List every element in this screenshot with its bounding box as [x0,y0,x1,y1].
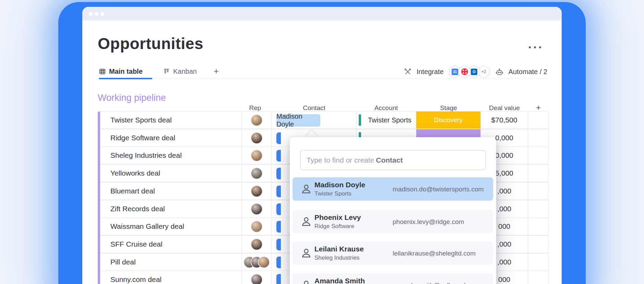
empty-cell [528,236,549,253]
contact-option[interactable]: Madison Doyle Twister Sports madison.do@… [293,177,493,201]
search-placeholder: Type to find or create [307,156,374,164]
deal-value-cell[interactable]: $70,500 [481,111,528,129]
column-header-stage[interactable]: Stage [440,104,457,112]
contact-name: Amanda Smith [314,277,365,284]
tab-kanban[interactable]: Kanban [163,64,197,79]
rep-cell[interactable] [242,200,272,217]
account-color-bar [359,114,361,126]
contact-email: phoenix.levy@ridge.com [393,218,464,226]
board-toolbar: Integrate 31 O +2 Automate / 2 [404,64,547,79]
rep-avatar [251,114,263,126]
rep-cell[interactable] [242,271,272,284]
rep-cell[interactable] [242,147,272,164]
page-title: Opportunities [98,34,203,53]
rep-avatar [251,132,263,144]
window-control-dot[interactable] [100,12,104,16]
deal-name-cell[interactable]: Ridge Software deal [100,129,242,146]
empty-cell [528,111,549,129]
deal-name-cell[interactable]: Waissman Gallery deal [100,218,242,235]
person-icon [300,215,312,228]
tab-main-table[interactable]: Main table [99,64,143,79]
empty-cell [528,147,549,164]
window-control-dot[interactable] [95,12,98,16]
app-window: Opportunities Main table Kanban + [82,7,562,284]
rep-cell[interactable] [242,111,272,129]
kanban-icon [163,68,170,75]
contact-chip[interactable]: Madison Doyle [276,114,320,127]
empty-cell [528,165,549,182]
contact-chip-clipped[interactable] [276,239,281,250]
contact-chip-clipped[interactable] [276,257,281,268]
contact-cell[interactable]: Madison Doyle [272,111,357,129]
stage-cell[interactable]: Discovery [416,111,481,129]
deal-name-cell[interactable]: Sunny.com deal [100,271,242,284]
deal-name-cell[interactable]: Sheleg Industries deal [100,147,242,164]
contact-company: Twister Sports [314,190,351,197]
window-control-dot[interactable] [89,12,93,16]
empty-cell [528,218,549,235]
rep-cell[interactable] [242,218,272,235]
tab-main-table-label: Main table [109,68,143,75]
deal-name-cell[interactable]: SFF Cruise deal [100,236,242,253]
contact-name: Phoenix Levy [314,213,361,222]
rep-avatar [251,238,263,250]
tab-kanban-label: Kanban [173,68,197,75]
rep-cell[interactable] [242,253,272,271]
rep-avatar [258,256,270,268]
column-header-contact[interactable]: Contact [303,104,325,112]
person-icon [300,279,312,284]
empty-cell [528,271,549,284]
column-header-deal-value[interactable]: Deal value [489,104,520,112]
contact-email: amanda.smith@yelloworks.com [393,282,485,284]
twilio-badge-icon [458,65,471,79]
deal-name-cell[interactable]: Bluemart deal [100,182,242,200]
contact-chip-clipped[interactable] [276,274,281,284]
contact-search-input[interactable]: Type to find or create Contact [300,150,486,170]
contact-name: Madison Doyle [314,181,365,189]
integrate-icon [404,68,412,76]
contact-email: madison.do@twistersports.com [393,186,484,193]
rep-avatar [251,221,263,233]
active-tab-underline [99,78,152,79]
group-title[interactable]: Working pipeline [98,93,166,103]
contact-email: leilanikrause@shelegltd.com [393,250,476,257]
rep-avatar [251,150,263,162]
rep-cell[interactable] [242,165,272,182]
person-icon [300,247,312,259]
rep-cell[interactable] [242,129,272,146]
deal-name-cell[interactable]: Pill deal [100,253,242,271]
contact-company: Sheleg Industries [314,255,359,261]
main-table-icon [99,68,106,75]
integration-badges[interactable]: 31 O +2 [449,65,490,79]
board-menu-kebab-icon[interactable] [529,44,545,51]
contact-chip-clipped[interactable] [276,203,281,215]
deal-name-cell[interactable]: Twister Sports deal [100,111,242,129]
rep-avatar [251,274,263,284]
contact-chip-clipped[interactable] [276,150,281,162]
automate-button[interactable]: Automate / 2 [509,68,547,76]
empty-cell [528,129,549,146]
deal-name-cell[interactable]: Yelloworks deal [100,165,242,182]
contact-company: Ridge Software [314,223,354,230]
add-view-button[interactable]: + [214,66,219,76]
contact-option[interactable]: Phoenix Levy Ridge Software phoenix.levy… [293,210,493,233]
contact-name: Leilani Krause [314,245,364,253]
rep-cell[interactable] [242,182,272,200]
search-placeholder-bold: Contact [376,156,403,164]
contact-picker-dropdown: Type to find or create Contact Madison D… [290,137,496,284]
contact-chip-clipped[interactable] [276,132,281,144]
contact-chip-clipped[interactable] [276,221,281,233]
account-cell[interactable]: Twister Sports [357,111,416,129]
rep-avatar [251,167,263,179]
contact-chip-clipped[interactable] [276,168,281,179]
column-header-account[interactable]: Account [374,104,398,112]
contact-option[interactable]: Leilani Krause Sheleg Industries leilani… [293,241,493,265]
account-name: Twister Sports [368,116,412,124]
rep-cell[interactable] [242,236,272,253]
contact-chip-clipped[interactable] [276,186,281,197]
integrate-button[interactable]: Integrate [417,68,444,76]
deal-name-cell[interactable]: Zift Records deal [100,200,242,217]
column-header-rep[interactable]: Rep [249,104,261,112]
contact-option[interactable]: Amanda Smith amanda.smith@yelloworks.com [293,273,493,284]
rep-avatar [251,203,263,215]
